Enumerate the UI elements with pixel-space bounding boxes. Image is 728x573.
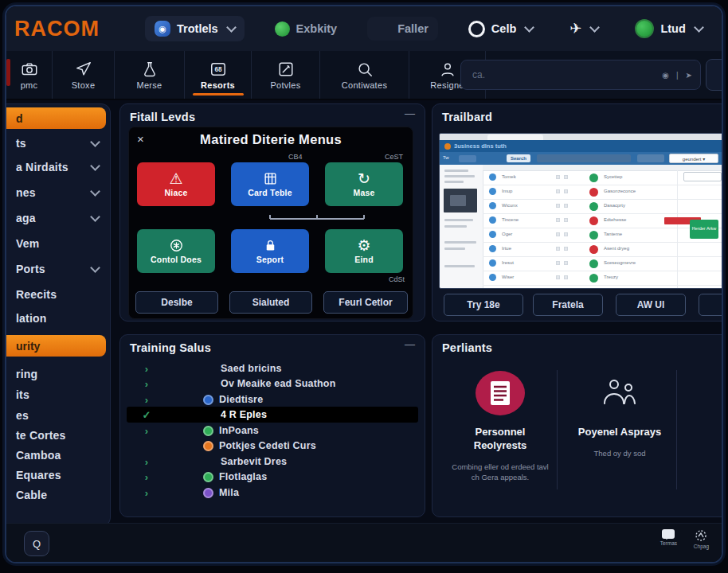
training-item[interactable]: › Mila — [127, 485, 418, 501]
toolbar-input — [537, 154, 631, 162]
minimize-icon[interactable]: — — [405, 107, 415, 119]
training-item[interactable]: › Saed bricins — [127, 361, 418, 376]
sidebar-item[interactable]: es — [6, 405, 110, 426]
sialuted-button[interactable]: Sialuted — [229, 291, 312, 314]
sidebar-item-label: Cable — [16, 489, 47, 501]
plane-icon: ✈ — [569, 20, 581, 37]
edge-cut-button[interactable]: D — [699, 294, 723, 316]
menu-plane[interactable]: ✈ — [560, 15, 608, 42]
aw-ul-button[interactable]: AW Ul — [616, 294, 686, 316]
sidebar-item[interactable]: te Cortes — [6, 425, 110, 446]
tab-potvles[interactable]: Potvles — [252, 51, 320, 99]
sidebar-item-label: ts — [16, 137, 26, 150]
sidebar-item[interactable]: Vem — [6, 233, 110, 254]
panel-title: Perliants — [442, 341, 492, 354]
menu-faller[interactable]: Faller — [367, 17, 438, 41]
card-de-asa[interactable]: De Asa Oua d — [681, 364, 723, 512]
tab-stoxe[interactable]: Stoxe — [53, 51, 115, 99]
tab-contiwates[interactable]: Contiwates — [320, 51, 409, 99]
sidebar-item[interactable]: ring — [6, 364, 110, 384]
sidebar-header-dashboard[interactable]: d — [6, 107, 106, 129]
shot-sidebar — [440, 165, 483, 288]
submit-icon[interactable]: ➤ — [686, 71, 692, 80]
tab-label: Stoxe — [72, 80, 96, 90]
chevron-right-icon: › — [139, 378, 154, 390]
tile-niace[interactable]: ⚠ Niace — [137, 162, 215, 206]
divider-icon: | — [676, 71, 679, 80]
active-underline — [193, 93, 244, 96]
menu-ltud[interactable]: Ltud — [625, 14, 711, 43]
sidebar-item[interactable]: its — [6, 384, 110, 405]
chevron-right-icon: › — [139, 394, 154, 406]
training-item[interactable]: › Sarbevit Dres — [127, 454, 418, 470]
training-item[interactable]: › Ov Meaike ead Suathon — [127, 376, 418, 392]
search-option-icon[interactable]: ◉ — [662, 71, 669, 80]
menu-label: Ltud — [660, 22, 685, 35]
bottom-item-label: Chpag — [694, 544, 709, 549]
minimize-icon[interactable]: — — [405, 338, 415, 350]
sidebar-item[interactable]: lation — [6, 308, 110, 329]
tile-eind[interactable]: ⚙ Eind — [325, 229, 403, 273]
training-item[interactable]: Potkjes Cedeti Curs — [127, 438, 418, 454]
menu-label: Celb — [491, 22, 516, 35]
card-desc: Combing eller od erdeed tavl ch Gera app… — [448, 462, 553, 483]
deslbe-button[interactable]: Deslbe — [135, 291, 218, 314]
shot-row: Wiser Treuzy — [483, 271, 723, 286]
menu-trotlels[interactable]: ◉ Trotlels — [145, 16, 245, 41]
sidebar-item[interactable]: Camboa — [6, 445, 110, 466]
sidebar-item[interactable]: aga — [6, 208, 110, 228]
try-button[interactable]: Try 18e — [444, 294, 523, 316]
sidebar-item[interactable]: a Nirdaits — [6, 157, 110, 177]
training-item[interactable]: › Diedtisre — [127, 392, 418, 407]
chevron-down-icon — [694, 22, 704, 33]
menu-celb[interactable]: Celb — [459, 16, 542, 42]
tab-label: Resigne — [430, 80, 464, 90]
quick-action-button[interactable]: Q — [24, 531, 49, 556]
bottom-bar: Q Termas Chpag — [6, 523, 722, 562]
sidebar-item[interactable]: ts — [6, 133, 110, 154]
browser-chrome — [440, 134, 723, 140]
tab-pmc[interactable]: pmc — [6, 51, 53, 99]
sidebar-header-security[interactable]: urity — [6, 335, 106, 357]
bottom-item-chpag[interactable]: Chpag — [694, 529, 709, 549]
item-label: Mila — [219, 487, 239, 498]
sidebar-item-label: te Cortes — [16, 429, 65, 442]
search-input[interactable] — [461, 68, 633, 81]
tab-resorts[interactable]: 68 Resorts — [185, 51, 252, 99]
search-bar[interactable]: ◉ | ➤ — [460, 60, 701, 90]
feurl-cetlor-button[interactable]: Feurl Cetlor — [323, 291, 408, 314]
training-item-selected[interactable]: ✓ 4 R Eples — [127, 407, 418, 423]
menu-exbkity[interactable]: Exbkity — [265, 17, 347, 41]
nav-row: pmc Stoxe Merse 68 Resorts — [6, 51, 722, 100]
bottom-item-termas[interactable]: Termas — [660, 529, 677, 546]
fratela-button[interactable]: Fratela — [533, 294, 603, 316]
tile-card-teble[interactable]: Card Teble — [231, 162, 309, 206]
sidebar-item[interactable]: Ports — [6, 259, 110, 279]
card-desc: Thed oy dy sod — [567, 449, 672, 459]
card-personnel-reolyrests[interactable]: Personnel Reolyrests Combing eller od er… — [442, 364, 558, 512]
tile-contol-does[interactable]: Contol Does — [137, 229, 215, 273]
sidebar-item[interactable]: Cable — [6, 485, 110, 505]
modal-title: Matired Diterie Menus — [129, 132, 413, 147]
tile-seport[interactable]: Seport — [231, 229, 309, 273]
sidebar-item[interactable]: Reecits — [6, 284, 110, 305]
chevron-right-icon: › — [139, 425, 154, 437]
tab-label: Resorts — [201, 80, 235, 90]
training-item[interactable]: › InPoans — [127, 423, 418, 439]
card-poyenel-asprays[interactable]: Poyenel Asprays Thed oy dy sod — [562, 364, 678, 512]
sidebar-item-label: Equares — [16, 469, 61, 481]
tile-mase[interactable]: ↻ Mase — [325, 162, 403, 206]
sidebar: d ts a Nirdaits nes aga Vem Ports Reecit… — [6, 103, 111, 527]
edge-button[interactable] — [706, 59, 723, 91]
card-desc: Oua d — [687, 449, 723, 459]
item-label: Ov Meaike ead Suathon — [221, 378, 336, 389]
badge-68-icon: 68 — [209, 60, 227, 78]
ring-icon — [468, 21, 485, 37]
sidebar-item[interactable]: nes — [6, 182, 110, 203]
blue-grid-icon — [377, 21, 391, 36]
tab-merse[interactable]: Merse — [115, 51, 185, 99]
training-item[interactable]: › Flotlaglas — [127, 469, 418, 485]
tab-label: Potvles — [270, 80, 300, 90]
toolbar-search-chip: Search — [507, 154, 530, 162]
sidebar-item[interactable]: Equares — [6, 465, 110, 485]
